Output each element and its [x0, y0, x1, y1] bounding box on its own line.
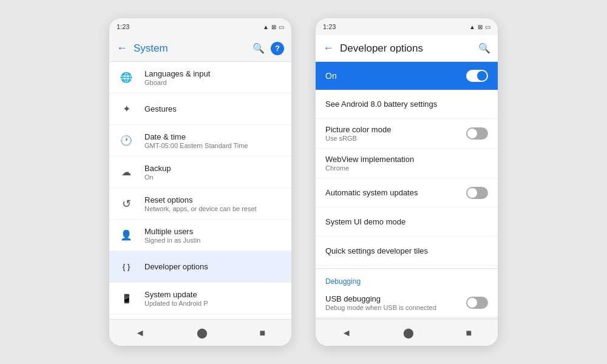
dev-item-autoupdate[interactable]: Automatic system updates: [316, 178, 498, 207]
backup-subtitle: On: [144, 174, 283, 181]
list-item-languages[interactable]: 🌐 Languages & input Gboard: [109, 62, 291, 93]
on-toggle[interactable]: [466, 70, 488, 82]
multiuser-icon: 👤: [118, 229, 135, 241]
dev-item-quicktiles[interactable]: Quick settings developer tiles: [316, 237, 498, 266]
reset-title: Reset options: [144, 195, 283, 204]
search-button-2[interactable]: 🔍: [478, 42, 490, 54]
app-bar-2: ← Developer options 🔍: [316, 35, 498, 62]
phone-system: 1:23 ▲ ⊠ ▭ ← System 🔍 ? 🌐 Languages & in…: [109, 18, 291, 346]
list-item-gestures[interactable]: ✦ Gestures: [109, 93, 291, 125]
search-button-1[interactable]: 🔍: [253, 42, 265, 54]
colormode-title: Picture color mode: [325, 125, 466, 134]
debugging-section-header: Debugging: [316, 271, 498, 288]
list-content-1: 🌐 Languages & input Gboard ✦ Gestures 🕐 …: [109, 62, 291, 319]
autoupdate-toggle[interactable]: [466, 187, 488, 199]
colormode-subtitle: Use sRGB: [325, 135, 466, 142]
colormode-knob: [467, 129, 477, 138]
webview-text: WebView implementation Chrome: [325, 155, 488, 172]
sysupdate-title: System update: [144, 290, 283, 299]
languages-title: Languages & input: [144, 69, 283, 78]
dev-item-usbdebug[interactable]: USB debugging Debug mode when USB is con…: [316, 288, 498, 318]
webview-subtitle: Chrome: [325, 164, 488, 172]
gestures-icon: ✦: [118, 103, 135, 115]
languages-icon: 🌐: [118, 72, 135, 83]
list-item-multiuser[interactable]: 👤 Multiple users Signed in as Justin: [109, 220, 291, 251]
gestures-title: Gestures: [144, 104, 283, 113]
nav-bar-1: ◄ ⬤ ■: [109, 319, 291, 346]
dev-item-colormode[interactable]: Picture color mode Use sRGB: [316, 119, 498, 149]
multiuser-title: Multiple users: [144, 227, 283, 236]
uidemo-title: System UI demo mode: [325, 217, 488, 226]
languages-subtitle: Gboard: [144, 79, 283, 86]
battery-icon-2: ▭: [485, 24, 490, 30]
signal-icon-2: ⊠: [478, 24, 483, 30]
back-nav-1[interactable]: ◄: [135, 328, 145, 339]
sysupdate-subtitle: Updated to Android P: [144, 300, 283, 307]
home-nav-2[interactable]: ⬤: [403, 327, 414, 339]
list-item-backup[interactable]: ☁ Backup On: [109, 157, 291, 188]
app-bar-title-2: Developer options: [340, 42, 472, 55]
multiuser-text: Multiple users Signed in as Justin: [144, 227, 283, 244]
backup-icon: ☁: [118, 166, 135, 178]
section-divider: [316, 268, 498, 269]
quicktiles-title: Quick settings developer tiles: [325, 246, 488, 255]
recent-nav-1[interactable]: ■: [260, 328, 266, 339]
datetime-subtitle: GMT-05:00 Eastern Standard Time: [144, 142, 283, 149]
battery-title: See Android 8.0 battery settings: [325, 99, 488, 109]
reset-text: Reset options Network, apps, or device c…: [144, 195, 283, 212]
app-bar-1: ← System 🔍 ?: [109, 35, 291, 62]
dev-item-uidemo[interactable]: System UI demo mode: [316, 207, 498, 237]
battery-text: See Android 8.0 battery settings: [325, 99, 488, 109]
status-icons-2: ▲ ⊠ ▭: [469, 24, 490, 30]
devopt-text: Developer options: [144, 262, 283, 271]
status-bar-2: 1:23 ▲ ⊠ ▭: [316, 18, 498, 35]
colormode-text: Picture color mode Use sRGB: [325, 125, 466, 142]
dev-item-webview[interactable]: WebView implementation Chrome: [316, 149, 498, 178]
autoupdate-text: Automatic system updates: [325, 188, 466, 197]
list-item-datetime[interactable]: 🕐 Date & time GMT-05:00 Eastern Standard…: [109, 125, 291, 157]
autoupdate-knob: [467, 188, 477, 198]
multiuser-subtitle: Signed in as Justin: [144, 237, 283, 244]
datetime-text: Date & time GMT-05:00 Eastern Standard T…: [144, 132, 283, 149]
help-button-1[interactable]: ?: [271, 42, 284, 55]
usbdebug-toggle[interactable]: [466, 297, 488, 309]
uidemo-text: System UI demo mode: [325, 217, 488, 226]
reset-subtitle: Network, apps, or device can be reset: [144, 205, 283, 212]
recent-nav-2[interactable]: ■: [466, 328, 472, 339]
colormode-toggle[interactable]: [466, 127, 488, 140]
dev-list-content: See Android 8.0 battery settings Picture…: [316, 90, 498, 319]
wifi-icon-2: ▲: [469, 24, 475, 30]
usbdebug-knob: [467, 298, 477, 308]
languages-text: Languages & input Gboard: [144, 69, 283, 86]
back-button-1[interactable]: ←: [117, 42, 127, 55]
back-button-2[interactable]: ←: [323, 42, 334, 55]
list-item-reset[interactable]: ↺ Reset options Network, apps, or device…: [109, 188, 291, 220]
status-time-2: 1:23: [323, 23, 336, 30]
devopt-icon: { }: [118, 263, 135, 271]
phone-developer: 1:23 ▲ ⊠ ▭ ← Developer options 🔍 On See …: [316, 18, 498, 346]
quicktiles-text: Quick settings developer tiles: [325, 246, 488, 255]
list-item-sysupdate[interactable]: 📱 System update Updated to Android P: [109, 283, 291, 314]
datetime-title: Date & time: [144, 132, 283, 141]
sysupdate-icon: 📱: [118, 294, 135, 303]
backup-title: Backup: [144, 164, 283, 173]
list-item-devopt[interactable]: { } Developer options: [109, 251, 291, 283]
dev-item-battery[interactable]: See Android 8.0 battery settings: [316, 90, 498, 119]
status-bar-1: 1:23 ▲ ⊠ ▭: [109, 18, 291, 35]
app-bar-title-1: System: [134, 42, 246, 55]
status-icons-1: ▲ ⊠ ▭: [263, 24, 284, 30]
back-nav-2[interactable]: ◄: [342, 328, 351, 339]
signal-icon: ⊠: [271, 24, 276, 30]
webview-title: WebView implementation: [325, 155, 488, 164]
on-label: On: [325, 71, 466, 81]
wifi-icon: ▲: [263, 24, 269, 30]
backup-text: Backup On: [144, 164, 283, 181]
gestures-text: Gestures: [144, 104, 283, 113]
usbdebug-subtitle: Debug mode when USB is connected: [325, 304, 466, 311]
sysupdate-text: System update Updated to Android P: [144, 290, 283, 307]
home-nav-1[interactable]: ⬤: [197, 327, 208, 339]
datetime-icon: 🕐: [118, 135, 135, 146]
usbdebug-title: USB debugging: [325, 294, 466, 303]
list-item-aboutphone[interactable]: ℹ About phone Pixel: [109, 314, 291, 319]
on-row[interactable]: On: [316, 62, 498, 90]
